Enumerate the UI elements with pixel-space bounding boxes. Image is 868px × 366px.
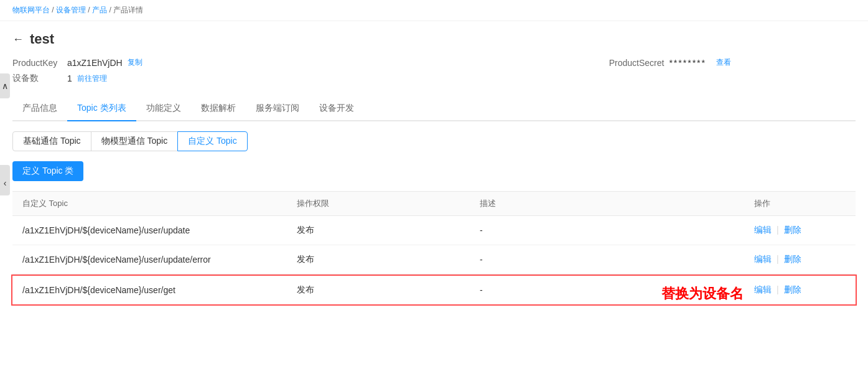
- sidebar-toggle-top[interactable]: ∧: [0, 73, 10, 98]
- row2-actions: 编辑 | 删除: [754, 254, 846, 265]
- breadcrumb: 物联网平台 / 设备管理 / 产品 / 产品详情: [0, 0, 868, 21]
- breadcrumb-device-mgmt[interactable]: 设备管理: [56, 6, 86, 14]
- table-row: /a1xZ1EhVjDH/${deviceName}/user/update 发…: [12, 216, 856, 245]
- row2-delete-button[interactable]: 删除: [784, 254, 801, 265]
- product-secret-row: ProductSecret ******** 查看: [434, 57, 856, 68]
- tab-server-sub[interactable]: 服务端订阅: [246, 96, 309, 121]
- row1-permission: 发布: [297, 225, 480, 236]
- product-key-label: ProductKey: [12, 58, 62, 68]
- meta-info: ProductKey a1xZ1EhVjDH 复制 ProductSecret …: [12, 57, 856, 84]
- row2-description: -: [480, 255, 754, 265]
- row3-edit-button[interactable]: 编辑: [754, 284, 772, 296]
- back-button[interactable]: ←: [12, 33, 24, 46]
- table-header: 自定义 Topic 操作权限 描述 操作: [12, 191, 856, 216]
- secondary-tabs: 基础通信 Topic 物模型通信 Topic 自定义 Topic: [12, 131, 856, 151]
- row1-description: -: [480, 225, 754, 235]
- col-permission: 操作权限: [297, 198, 480, 209]
- device-count-row: 设备数 1 前往管理: [12, 73, 434, 84]
- row3-actions: 编辑 | 删除: [754, 284, 846, 296]
- tab-product-info[interactable]: 产品信息: [12, 96, 67, 121]
- copy-button[interactable]: 复制: [128, 57, 142, 68]
- annotation-text: 替换为设备名: [661, 284, 744, 303]
- product-key-row: ProductKey a1xZ1EhVjDH 复制: [12, 57, 434, 68]
- primary-tabs: 产品信息 Topic 类列表 功能定义 数据解析 服务端订阅 设备开发: [12, 96, 856, 121]
- tab-function-def[interactable]: 功能定义: [136, 96, 191, 121]
- tab-model-topic[interactable]: 物模型通信 Topic: [91, 131, 179, 151]
- tab-basic-topic[interactable]: 基础通信 Topic: [12, 131, 91, 151]
- row3-sep: |: [777, 284, 779, 296]
- product-secret-label: ProductSecret: [609, 58, 665, 68]
- row1-topic: /a1xZ1EhVjDH/${deviceName}/user/update: [22, 225, 297, 235]
- breadcrumb-sep-1: /: [52, 6, 56, 14]
- row1-sep: |: [777, 225, 779, 236]
- row2-sep: |: [777, 254, 779, 265]
- breadcrumb-iot[interactable]: 物联网平台: [12, 6, 50, 14]
- row3-permission: 发布: [297, 284, 480, 296]
- page-title: test: [30, 31, 54, 47]
- device-count-value: 1: [67, 73, 72, 83]
- row3-delete-button[interactable]: 删除: [784, 284, 801, 296]
- row1-actions: 编辑 | 删除: [754, 225, 846, 236]
- breadcrumb-product[interactable]: 产品: [92, 6, 107, 14]
- breadcrumb-current: 产品详情: [113, 6, 143, 14]
- row1-edit-button[interactable]: 编辑: [754, 225, 772, 236]
- col-action: 操作: [754, 198, 846, 209]
- tab-custom-topic[interactable]: 自定义 Topic: [177, 131, 248, 151]
- page-header: ← test: [12, 31, 856, 47]
- tab-device-dev[interactable]: 设备开发: [309, 96, 364, 121]
- product-key-value: a1xZ1EhVjDH: [67, 58, 123, 68]
- row2-edit-button[interactable]: 编辑: [754, 254, 772, 265]
- define-topic-button[interactable]: 定义 Topic 类: [12, 161, 83, 181]
- product-secret-value: ********: [669, 58, 706, 68]
- col-topic: 自定义 Topic: [22, 198, 297, 209]
- row2-permission: 发布: [297, 254, 480, 265]
- manage-devices-button[interactable]: 前往管理: [77, 73, 107, 84]
- sidebar-toggle-left[interactable]: ‹: [0, 171, 10, 195]
- device-count-label: 设备数: [12, 73, 62, 84]
- col-description: 描述: [480, 198, 754, 209]
- row2-topic: /a1xZ1EhVjDH/${deviceName}/user/update/e…: [22, 255, 297, 265]
- tab-topic-list[interactable]: Topic 类列表: [67, 96, 136, 121]
- view-secret-button[interactable]: 查看: [716, 57, 731, 68]
- tab-data-parse[interactable]: 数据解析: [191, 96, 246, 121]
- row1-delete-button[interactable]: 删除: [784, 225, 801, 236]
- table-row: /a1xZ1EhVjDH/${deviceName}/user/update/e…: [12, 245, 856, 274]
- row3-topic: /a1xZ1EhVjDH/${deviceName}/user/get: [22, 285, 297, 295]
